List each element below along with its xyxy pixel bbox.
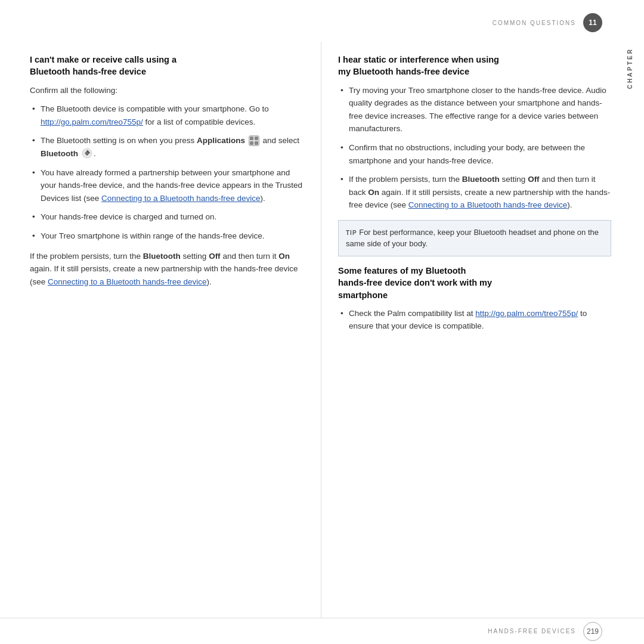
left-column: I can't make or receive calls using aBlu… — [30, 42, 303, 618]
tip-label: TIP — [346, 230, 357, 236]
tip-box: TIP For best performance, keep your Blue… — [338, 220, 611, 256]
list-item: If the problem persists, turn the Blueto… — [338, 173, 611, 212]
svg-rect-1 — [255, 137, 258, 140]
right-bullet-list-2: Check the Palm compatibility list at htt… — [338, 307, 611, 333]
top-bar: COMMON QUESTIONS 11 — [493, 13, 602, 32]
list-item: Try moving your Treo smartphone closer t… — [338, 84, 611, 135]
list-item: Your hands-free device is charged and tu… — [30, 210, 303, 224]
left-closing: If the problem persists, turn the Blueto… — [30, 250, 303, 289]
left-bullet-list: The Bluetooth device is compatible with … — [30, 103, 303, 242]
svg-rect-2 — [250, 141, 253, 145]
section-label-bottom: HANDS-FREE DEVICES — [488, 628, 576, 634]
bottom-bar: HANDS-FREE DEVICES 219 — [0, 618, 644, 644]
list-item: Check the Palm compatibility list at htt… — [338, 307, 611, 333]
list-item: Your Treo smartphone is within range of … — [30, 230, 303, 243]
right-heading-2: Some features of my Bluetoothhands-free … — [338, 265, 611, 301]
list-item: Confirm that no obstructions, including … — [338, 141, 611, 167]
svg-rect-3 — [255, 141, 258, 145]
page-number: 219 — [583, 622, 602, 641]
section-label-top: COMMON QUESTIONS — [493, 20, 576, 26]
right-heading-1: I hear static or interference when using… — [338, 54, 611, 78]
list-item: You have already formed a partnership be… — [30, 166, 303, 205]
link-palm-treo[interactable]: http://go.palm.com/treo755p/ — [41, 117, 143, 126]
list-item: The Bluetooth setting is on when you pre… — [30, 134, 303, 160]
link-connecting-bt-1[interactable]: Connecting to a Bluetooth hands-free dev… — [101, 194, 260, 203]
left-heading: I can't make or receive calls using aBlu… — [30, 54, 303, 78]
svg-rect-0 — [250, 137, 253, 140]
tip-text: For best performance, keep your Bluetoot… — [346, 228, 599, 249]
left-intro: Confirm all the following: — [30, 84, 303, 97]
applications-icon — [249, 135, 259, 146]
bluetooth-icon — [82, 148, 92, 159]
chapter-number: 11 — [583, 13, 602, 32]
link-connecting-bt-3[interactable]: Connecting to a Bluetooth hands-free dev… — [408, 200, 567, 209]
main-content: I can't make or receive calls using aBlu… — [30, 42, 611, 618]
right-bullet-list-1: Try moving your Treo smartphone closer t… — [338, 84, 611, 212]
link-connecting-bt-2[interactable]: Connecting to a Bluetooth hands-free dev… — [48, 277, 206, 286]
list-item: The Bluetooth device is compatible with … — [30, 103, 303, 128]
chapter-label: CHAPTER — [627, 48, 633, 89]
right-column: I hear static or interference when using… — [321, 42, 611, 618]
link-palm-treo-2[interactable]: http://go.palm.com/treo755p/ — [475, 309, 578, 318]
